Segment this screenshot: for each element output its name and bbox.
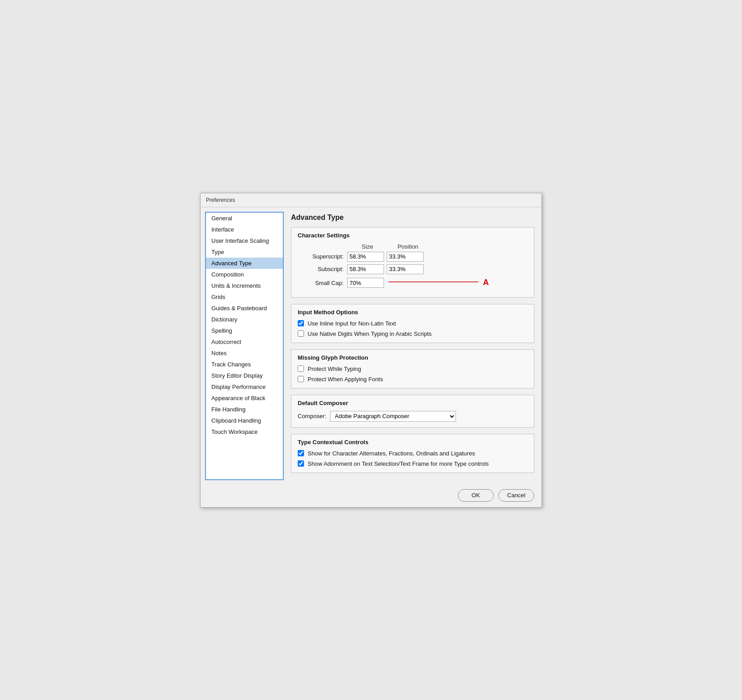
subscript-row: Subscript:: [298, 264, 527, 274]
type-contextual-title: Type Contextual Controls: [298, 439, 527, 446]
size-header: Size: [347, 243, 388, 250]
sidebar-item-story-editor[interactable]: Story Editor Display: [206, 370, 283, 381]
composer-row: Composer: Adobe Paragraph Composer Adobe…: [298, 411, 527, 422]
superscript-position-input[interactable]: [387, 252, 424, 262]
protect-typing-row: Protect While Typing: [298, 366, 527, 372]
composer-label: Composer:: [298, 413, 326, 419]
native-digits-label: Use Native Digits When Typing in Arabic …: [308, 330, 432, 337]
protect-typing-label: Protect While Typing: [308, 366, 361, 372]
default-composer-title: Default Composer: [298, 400, 527, 406]
protect-fonts-row: Protect When Applying Fonts: [298, 376, 527, 383]
small-cap-size-input[interactable]: [347, 278, 384, 288]
sidebar: GeneralInterfaceUser Interface ScalingTy…: [205, 212, 284, 480]
small-cap-label: Small Cap:: [298, 280, 347, 286]
svg-text:A: A: [483, 278, 489, 287]
sidebar-item-track-changes[interactable]: Track Changes: [206, 359, 283, 370]
dialog-footer: OK Cancel: [201, 485, 541, 507]
native-digits-checkbox[interactable]: [298, 330, 304, 337]
show-alternates-label: Show for Character Alternates, Fractions…: [308, 450, 475, 457]
position-header: Position: [388, 243, 428, 250]
inline-input-checkbox[interactable]: [298, 320, 304, 326]
main-content: Advanced Type Character Settings Size Po…: [284, 207, 541, 485]
protect-fonts-checkbox[interactable]: [298, 376, 304, 382]
dialog-body: GeneralInterfaceUser Interface ScalingTy…: [201, 207, 541, 485]
show-adornment-checkbox[interactable]: [298, 460, 304, 467]
protect-typing-checkbox[interactable]: [298, 366, 304, 372]
native-digits-row: Use Native Digits When Typing in Arabic …: [298, 330, 527, 337]
sidebar-item-dictionary[interactable]: Dictionary: [206, 314, 283, 325]
show-alternates-row: Show for Character Alternates, Fractions…: [298, 450, 527, 457]
char-header-row: Size Position: [298, 243, 527, 250]
subscript-position-input[interactable]: [387, 264, 424, 274]
page-title: Advanced Type: [291, 214, 534, 222]
sidebar-item-touch-workspace[interactable]: Touch Workspace: [206, 426, 283, 437]
sidebar-item-appearance-black[interactable]: Appearance of Black: [206, 392, 283, 404]
cancel-button[interactable]: Cancel: [498, 489, 534, 502]
input-method-title: Input Method Options: [298, 309, 527, 316]
type-contextual-section: Type Contextual Controls Show for Charac…: [291, 434, 534, 473]
sidebar-item-type[interactable]: Type: [206, 246, 283, 258]
show-alternates-checkbox[interactable]: [298, 450, 304, 456]
inline-input-label: Use Inline Input for Non-Latin Text: [308, 320, 396, 327]
inline-input-row: Use Inline Input for Non-Latin Text: [298, 320, 527, 327]
sidebar-item-notes[interactable]: Notes: [206, 348, 283, 359]
show-adornment-label: Show Adornment on Text Selection/Text Fr…: [308, 460, 489, 467]
sidebar-item-interface[interactable]: Interface: [206, 224, 283, 235]
default-composer-section: Default Composer Composer: Adobe Paragra…: [291, 395, 534, 428]
show-adornment-row: Show Adornment on Text Selection/Text Fr…: [298, 460, 527, 467]
missing-glyph-section: Missing Glyph Protection Protect While T…: [291, 349, 534, 388]
composer-select[interactable]: Adobe Paragraph Composer Adobe Single-li…: [330, 411, 456, 422]
sidebar-item-advanced-type[interactable]: Advanced Type: [206, 258, 283, 269]
subscript-label: Subscript:: [298, 266, 347, 272]
superscript-size-input[interactable]: [347, 252, 384, 262]
sidebar-item-units-increments[interactable]: Units & Increments: [206, 280, 283, 291]
sidebar-item-spelling[interactable]: Spelling: [206, 325, 283, 336]
superscript-row: Superscript:: [298, 252, 527, 262]
sidebar-item-file-handling[interactable]: File Handling: [206, 404, 283, 415]
protect-fonts-label: Protect When Applying Fonts: [308, 376, 383, 383]
input-method-section: Input Method Options Use Inline Input fo…: [291, 304, 534, 343]
sidebar-item-composition[interactable]: Composition: [206, 269, 283, 280]
sidebar-item-ui-scaling[interactable]: User Interface Scaling: [206, 235, 283, 246]
sidebar-item-display-performance[interactable]: Display Performance: [206, 381, 283, 392]
small-cap-row: Small Cap: A: [298, 277, 527, 289]
sidebar-item-guides-pasteboard[interactable]: Guides & Pasteboard: [206, 303, 283, 314]
character-settings-table: Size Position Superscript: Subscript:: [298, 243, 527, 289]
superscript-label: Superscript:: [298, 253, 347, 260]
sidebar-item-clipboard-handling[interactable]: Clipboard Handling: [206, 415, 283, 426]
subscript-size-input[interactable]: [347, 264, 384, 274]
character-settings-title: Character Settings: [298, 232, 527, 239]
ok-button[interactable]: OK: [458, 489, 494, 502]
sidebar-item-grids[interactable]: Grids: [206, 291, 283, 303]
sidebar-item-autocorrect[interactable]: Autocorrect: [206, 336, 283, 348]
dialog-title: Preferences: [201, 193, 541, 207]
missing-glyph-title: Missing Glyph Protection: [298, 354, 527, 361]
character-settings-section: Character Settings Size Position Supersc…: [291, 227, 534, 298]
preferences-dialog: Preferences GeneralInterfaceUser Interfa…: [200, 193, 542, 508]
sidebar-item-general[interactable]: General: [206, 213, 283, 224]
